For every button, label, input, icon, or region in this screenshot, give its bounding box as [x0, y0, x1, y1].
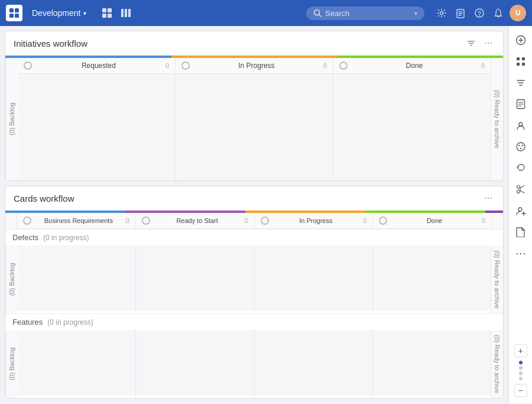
swimlane-defects-body-biz [18, 245, 135, 311]
search-bar[interactable]: Search ▾ [306, 7, 424, 20]
svg-point-48 [518, 208, 522, 211]
swimlane-defects-col-inprogress [255, 245, 373, 313]
cards-col-header-biz: Business Requirements 0 [17, 213, 135, 229]
project-selector[interactable]: Development ▾ [27, 6, 91, 20]
svg-rect-6 [102, 14, 106, 18]
swimlane-features-sub: (0 in progress) [47, 318, 93, 327]
search-label: Search [325, 9, 349, 18]
swimlane-features-label: Features [12, 318, 43, 327]
svg-line-46 [520, 191, 524, 193]
sidebar-team-icon[interactable] [511, 116, 530, 135]
svg-rect-0 [9, 8, 14, 12]
cards-workflow-title: Cards workflow [14, 193, 74, 203]
sidebar-palette-icon[interactable] [511, 137, 530, 156]
more-options-icon[interactable]: ⋯ [482, 37, 495, 49]
svg-rect-7 [108, 14, 112, 18]
sidebar-add-icon[interactable] [511, 31, 530, 50]
svg-rect-3 [15, 14, 19, 18]
cards-col-biz: Business Requirements 0 [17, 213, 136, 229]
settings-icon[interactable] [434, 5, 449, 21]
sidebar-scissors-icon[interactable] [511, 180, 530, 199]
cards-col-header-ready: Ready to Start 0 [136, 213, 254, 229]
svg-rect-1 [15, 8, 19, 12]
app-logo[interactable] [6, 5, 22, 21]
kanban-view-icon[interactable] [118, 5, 134, 21]
scroll-dot-2 [519, 366, 523, 370]
swimlane-defects-backlog: (0) Backlog [5, 245, 18, 313]
col-toggle-done[interactable] [339, 62, 348, 70]
filter-icon[interactable] [464, 37, 478, 49]
search-icon [313, 9, 322, 17]
svg-rect-4 [102, 8, 106, 12]
initiatives-backlog-label: (0) Backlog [5, 58, 18, 180]
initiatives-columns-wrapper: (0) Backlog Requested 0 [5, 58, 503, 180]
initiatives-column-inprogress: In Progress 0 [176, 58, 333, 180]
svg-line-45 [520, 186, 524, 188]
cards-workflow: Cards workflow ⋯ [5, 186, 504, 399]
cards-col-count-done: 0 [482, 217, 485, 224]
initiatives-col-header-done: Done 0 [333, 58, 491, 74]
swimlane-features-backlog: (0) Backlog [5, 330, 18, 398]
grid-view-icon[interactable] [99, 5, 115, 21]
zoom-out-button[interactable]: − [514, 384, 527, 397]
sidebar-undo-icon[interactable] [511, 159, 530, 177]
swimlane-features-col-biz [18, 330, 136, 398]
col-toggle-inprogress[interactable] [181, 62, 190, 70]
swimlane-defects-body-inprogress [255, 245, 372, 311]
sidebar-filter-icon[interactable] [511, 73, 530, 92]
search-dropdown-icon[interactable]: ▾ [414, 10, 417, 17]
help-icon[interactable]: ? [472, 5, 487, 21]
cards-more-options-icon[interactable]: ⋯ [482, 192, 495, 204]
col-toggle-requested[interactable] [24, 62, 32, 70]
swimlane-features-body-inprogress [255, 330, 372, 395]
chevron-down-icon: ▾ [83, 10, 86, 17]
bell-icon[interactable] [491, 5, 506, 21]
sidebar-page-icon[interactable] [511, 222, 530, 241]
svg-rect-28 [522, 57, 525, 60]
swimlane-features-header: Features (0 in progress) [5, 314, 503, 330]
zoom-controls: + − [512, 342, 530, 399]
initiatives-col-header-inprogress: In Progress 0 [176, 58, 333, 74]
col-count-requested: 0 [166, 62, 169, 69]
swimlane-features-body-done [373, 330, 491, 395]
scroll-dot-4 [519, 377, 523, 380]
initiatives-workflow-header: Initiatives workflow ⋯ [5, 31, 503, 56]
cards-col-toggle-biz[interactable] [23, 216, 31, 225]
clipboard-icon[interactable] [453, 5, 468, 21]
cards-col-count-inprogress: 0 [363, 217, 366, 224]
sidebar-document-icon[interactable] [511, 95, 530, 114]
col-count-inprogress: 0 [323, 62, 327, 69]
swimlane-features-columns: (0) Backlog [5, 330, 503, 398]
cards-workflow-actions: ⋯ [482, 192, 495, 204]
zoom-in-button[interactable]: + [514, 344, 527, 357]
main-layout: Initiatives workflow ⋯ [0, 26, 532, 404]
svg-rect-30 [522, 63, 525, 66]
initiatives-workflow-actions: ⋯ [464, 37, 495, 49]
swimlane-defects: Defects (0 in progress) (0) Backlog [5, 229, 503, 313]
cards-col-toggle-ready[interactable] [142, 216, 150, 225]
cards-col-header-done: Done 0 [373, 213, 491, 229]
cards-column-headers-wrapper: Business Requirements 0 Ready to Start 0 [5, 213, 503, 229]
cards-col-count-ready: 0 [244, 217, 248, 224]
swimlane-defects-sub: (0 in progress) [43, 234, 89, 242]
initiatives-col-header-requested: Requested 0 [18, 58, 175, 74]
swimlane-features-col-ready [136, 330, 254, 398]
cards-col-ready: Ready to Start 0 [136, 213, 255, 229]
user-avatar[interactable]: U [510, 5, 526, 21]
cards-col-toggle-inprogress[interactable] [261, 216, 269, 225]
svg-point-41 [521, 145, 523, 146]
cards-col-toggle-done[interactable] [379, 216, 387, 225]
initiatives-column-done: Done 0 [333, 58, 491, 180]
content-area: Initiatives workflow ⋯ [0, 26, 508, 404]
svg-point-39 [517, 143, 525, 151]
svg-rect-2 [9, 14, 14, 18]
sidebar-add-person-icon[interactable] [511, 201, 530, 220]
cards-col-inprogress: In Progress 0 [255, 213, 374, 229]
svg-rect-22 [469, 43, 473, 44]
sidebar-hierarchy-icon[interactable] [511, 52, 530, 71]
scroll-dot-1 [519, 361, 523, 364]
cards-col-label-done: Done [387, 217, 482, 224]
svg-rect-10 [128, 9, 131, 17]
sidebar-more-icon[interactable]: ⋯ [511, 244, 530, 263]
cards-column-headers: Business Requirements 0 Ready to Start 0 [17, 213, 491, 229]
